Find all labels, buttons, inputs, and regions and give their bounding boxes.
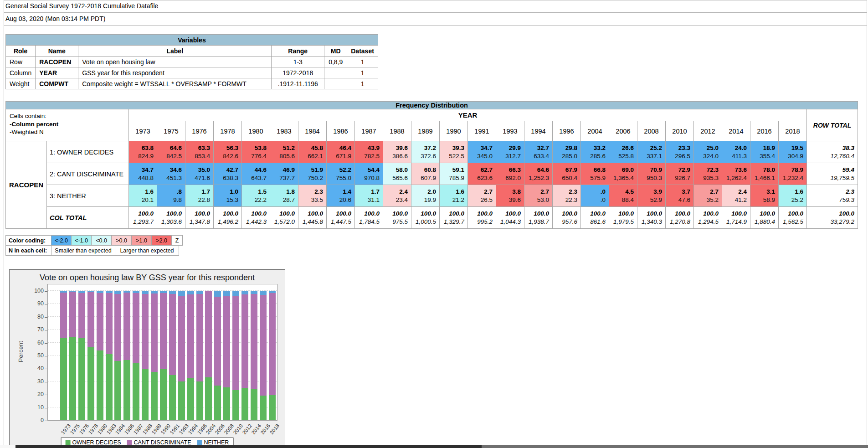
freq-cell-weighted-n: 1,347.8 [189,218,210,226]
z-swatch: >1.0 [132,236,152,246]
freq-cell-percent: 3.7 [669,188,690,196]
freq-cell: 67.9650.4 [553,163,581,185]
stacked-bar [106,291,113,420]
freq-cell-weighted-n: 853.4 [189,152,210,160]
freq-cell: 2.423.4 [383,185,411,207]
variables-table-title: Variables [6,35,378,46]
legend-item: OWNER DECIDES [66,439,121,446]
year-column-header: 1987 [355,121,383,141]
freq-cell: 2.441.2 [722,185,750,207]
freq-cell: 33.2285.6 [581,141,609,163]
freq-cell: 3.839.6 [496,185,524,207]
freq-cell: 25.2337.1 [637,141,666,163]
bar-segment-cant-discriminate [69,292,76,336]
freq-cell: 1.522.2 [242,185,270,207]
legend-item: NEITHER [197,439,229,446]
variables-cell-md: 0,8,9 [324,57,347,67]
freq-cell-weighted-n: 451.3 [160,174,182,182]
stacked-bar [133,291,139,420]
legend-item: CANT DISCRIMINATE [127,439,191,446]
chart-title: Vote on open housing law BY GSS year for… [10,273,285,283]
freq-cell-percent: 54.4 [358,166,380,174]
bar-segment-cant-discriminate [60,293,67,338]
year-column-header: 2006 [609,121,637,141]
freq-cell-percent: 100.0 [754,210,775,218]
variables-cell-range: 1-3 [272,57,324,67]
freq-cell-percent: 2.7 [528,188,549,196]
freq-cell-percent: 42.7 [217,166,238,174]
freq-cell-percent: 19.5 [782,144,803,152]
freq-cell: 100.01,293.7 [129,207,157,229]
variables-row: RowRACOPENVote on open housing law1-30,8… [6,57,378,67]
freq-cell-percent: 2.4 [725,188,747,196]
bar-segment-owner-decides [97,350,103,420]
freq-cell-percent: 33.2 [584,144,606,152]
freq-cell-weighted-n: .0 [584,196,606,204]
freq-cell-percent: 25.0 [697,144,719,152]
bar-segment-cant-discriminate [78,293,85,338]
freq-cell: 39.6386.6 [383,141,411,163]
freq-cell-weighted-n: 926.7 [669,174,690,182]
freq-cell-percent: 2.0 [415,188,436,196]
freq-cell-percent: 72.9 [669,166,690,174]
freq-cell-weighted-n: 824.9 [132,152,154,160]
freq-cell-weighted-n: 33,279.2 [810,218,854,226]
freq-cell-weighted-n: 88.4 [612,196,634,204]
freq-cell: 100.01,000.5 [411,207,440,229]
freq-cell: 51.9750.2 [298,163,327,185]
freq-cell-percent: 63.8 [132,144,154,152]
year-column-header: 1980 [242,121,270,141]
bar-segment-cant-discriminate [142,294,149,369]
freq-cell-weighted-n: 53.0 [528,196,549,204]
bar-segment-cant-discriminate [97,293,103,351]
color-coding-row: Color coding:<-2.0<-1.0<0.0>0.0>1.0>2.0Z [5,235,183,246]
freq-cell: 51.2805.6 [270,141,298,163]
bar-segment-owner-decides [87,347,94,420]
freq-cell: 2.322.3 [553,185,581,207]
freq-cell-weighted-n: 33.5 [302,196,323,204]
scrollbar-track[interactable] [482,445,868,448]
freq-row-label: 3: NEITHER [47,185,129,207]
freq-cell-percent: 64.6 [528,166,549,174]
freq-cell: 100.01,562.5 [779,207,807,229]
freq-cell-weighted-n: 39.6 [499,196,521,204]
color-coding-label: Color coding: [6,236,51,246]
freq-cell-weighted-n: 957.6 [556,218,577,226]
freq-cell: 3.747.6 [666,185,694,207]
freq-cell-percent: .0 [584,188,606,196]
freq-cell: 100.01,347.8 [185,207,214,229]
freq-cell: 56.3842.6 [214,141,242,163]
freq-cell-percent: 58.0 [386,166,408,174]
y-tick [45,343,47,344]
stacked-bar [114,291,121,420]
freq-cell: 72.9926.7 [666,163,694,185]
horizontal-scrollbar[interactable] [0,445,868,448]
freq-cell-weighted-n: 285.0 [556,152,577,160]
scrollbar-thumb[interactable] [15,445,482,448]
bar-segment-cant-discriminate [241,294,248,388]
variables-column-header: Label [78,46,272,57]
bar-segment-owner-decides [69,337,76,420]
freq-cell: 26.6525.8 [609,141,637,163]
cells-contain-line: -Column percent [10,120,125,129]
freq-cell-percent: 100.0 [612,210,634,218]
freq-cell: 100.01,572.0 [270,207,298,229]
freq-cell-percent: 24.0 [725,144,747,152]
y-tick [45,395,47,395]
freq-cell: 100.01,303.6 [157,207,185,229]
bar-segment-owner-decides [133,363,139,420]
bar-segment-owner-decides [169,375,176,420]
y-tick [45,408,47,408]
freq-cell-weighted-n: 28.7 [273,196,295,204]
freq-cell-weighted-n: 47.6 [669,196,690,204]
freq-cell: 46.9737.7 [270,163,298,185]
freq-cell-percent: 2.3 [810,188,854,196]
y-tick [45,291,47,292]
freq-cell-weighted-n: 448.8 [132,174,154,182]
year-column-header: 2014 [722,121,750,141]
stacked-bar [69,291,76,420]
freq-cell-percent: 59.1 [443,166,464,174]
freq-cell-percent: 34.6 [160,166,182,174]
stacked-bar [60,291,67,420]
stacked-bar [196,291,203,420]
